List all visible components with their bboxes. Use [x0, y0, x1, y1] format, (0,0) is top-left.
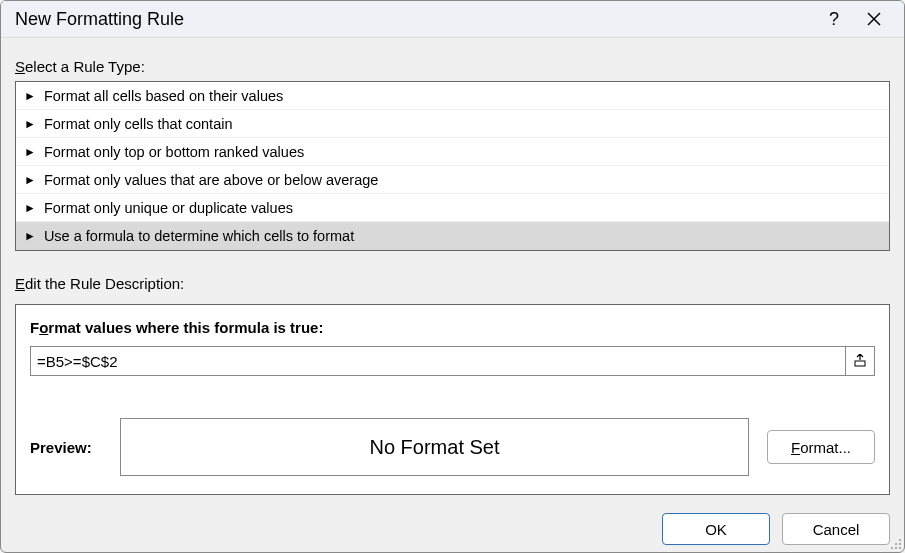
collapse-dialog-button[interactable]: [845, 346, 875, 376]
resize-grip-icon[interactable]: [890, 538, 902, 550]
select-rule-type-label: Select a Rule Type:: [15, 58, 890, 75]
close-icon: [867, 12, 881, 26]
arrow-icon: ►: [24, 90, 36, 102]
svg-rect-2: [855, 361, 865, 366]
edit-rule-description-label: Edit the Rule Description:: [15, 275, 890, 292]
formula-row: [30, 346, 875, 376]
dialog-title: New Formatting Rule: [15, 9, 814, 30]
new-formatting-rule-dialog: New Formatting Rule ? Select a Rule Type…: [0, 0, 905, 553]
rule-description-group: Format values where this formula is true…: [15, 304, 890, 495]
preview-box: No Format Set: [120, 418, 749, 476]
svg-point-8: [899, 547, 901, 549]
arrow-icon: ►: [24, 146, 36, 158]
cancel-button[interactable]: Cancel: [782, 513, 890, 545]
rule-type-label: Format all cells based on their values: [44, 88, 283, 104]
reference-icon: [853, 354, 867, 368]
formula-input[interactable]: [30, 346, 845, 376]
formula-caption: Format values where this formula is true…: [30, 319, 875, 336]
svg-point-6: [891, 547, 893, 549]
rule-type-label: Format only top or bottom ranked values: [44, 144, 304, 160]
ok-button[interactable]: OK: [662, 513, 770, 545]
dialog-body: Select a Rule Type: ► Format all cells b…: [1, 38, 904, 509]
help-button[interactable]: ?: [814, 1, 854, 37]
preview-label: Preview:: [30, 439, 102, 456]
rule-type-item[interactable]: ► Format all cells based on their values: [16, 82, 889, 110]
preview-row: Preview: No Format Set Format...: [30, 418, 875, 476]
rule-type-item[interactable]: ► Use a formula to determine which cells…: [16, 222, 889, 250]
rule-type-list: ► Format all cells based on their values…: [15, 81, 890, 251]
rule-type-item[interactable]: ► Format only top or bottom ranked value…: [16, 138, 889, 166]
arrow-icon: ►: [24, 118, 36, 130]
svg-point-4: [895, 543, 897, 545]
rule-type-item[interactable]: ► Format only cells that contain: [16, 110, 889, 138]
format-button[interactable]: Format...: [767, 430, 875, 464]
dialog-footer: OK Cancel: [1, 509, 904, 553]
arrow-icon: ►: [24, 202, 36, 214]
titlebar: New Formatting Rule ?: [1, 1, 904, 38]
arrow-icon: ►: [24, 174, 36, 186]
svg-point-3: [899, 539, 901, 541]
close-button[interactable]: [854, 1, 894, 37]
rule-type-label: Format only unique or duplicate values: [44, 200, 293, 216]
arrow-icon: ►: [24, 230, 36, 242]
svg-point-5: [899, 543, 901, 545]
rule-type-label: Format only values that are above or bel…: [44, 172, 379, 188]
rule-type-label: Format only cells that contain: [44, 116, 233, 132]
rule-type-item[interactable]: ► Format only unique or duplicate values: [16, 194, 889, 222]
svg-point-7: [895, 547, 897, 549]
rule-type-label: Use a formula to determine which cells t…: [44, 228, 354, 244]
rule-type-item[interactable]: ► Format only values that are above or b…: [16, 166, 889, 194]
